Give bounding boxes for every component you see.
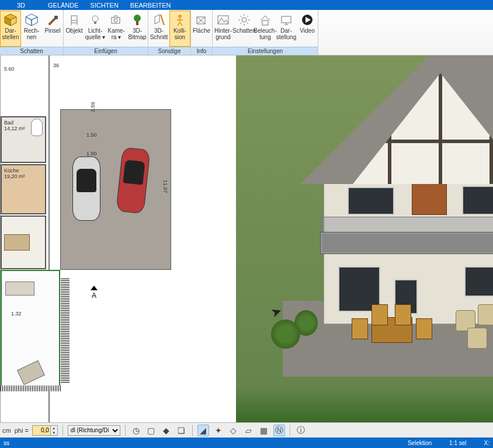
balcony-door xyxy=(412,182,447,215)
svg-rect-31 xyxy=(262,20,268,25)
unit-label: cm xyxy=(2,427,11,434)
armchair-icon xyxy=(17,360,45,385)
flaeche-label: Fläche xyxy=(193,27,210,34)
rechnen-button[interactable]: Rech- nen xyxy=(21,11,42,47)
midpoint-icon[interactable]: ✦ xyxy=(213,425,224,436)
3dschnitt-label: 3D- Schnitt xyxy=(150,27,168,40)
plane-icon[interactable]: ◇ xyxy=(228,425,239,436)
snap-icon[interactable]: ◆ xyxy=(161,425,172,436)
status-left-text: ss xyxy=(4,440,9,446)
objekt-button[interactable]: Objekt xyxy=(64,11,85,47)
bathtub-icon xyxy=(31,119,43,136)
kollision-label: Kolli- sion xyxy=(173,27,186,40)
phi-input[interactable] xyxy=(33,426,50,435)
ribbon-group-schatten: Dar- stellen Rech- nen Pinsel Schatten xyxy=(0,10,64,55)
garden-chair-2 xyxy=(416,318,432,339)
pk-dim-2: 1.50 xyxy=(86,132,97,138)
svg-point-19 xyxy=(178,15,182,18)
menu-tab-3d[interactable]: 3D xyxy=(0,0,42,10)
surface-icon[interactable]: ▱ xyxy=(243,425,255,436)
darstellen-button[interactable]: Dar- stellen xyxy=(0,11,21,47)
car-red xyxy=(116,147,150,214)
menu-tab-bearbeiten[interactable]: BEARBEITEN xyxy=(124,0,177,10)
group-title-schatten: Schatten xyxy=(0,47,63,55)
beleuchtung-button[interactable]: Beleuch- tung xyxy=(255,11,276,47)
room-bad-area: 14,12 m² xyxy=(4,126,25,131)
svg-point-15 xyxy=(134,15,141,22)
status-x: X: xyxy=(484,440,489,446)
lower-room: 1.32 xyxy=(1,270,60,387)
hedge-vert xyxy=(61,277,70,383)
flaeche-button[interactable]: Fläche xyxy=(191,11,212,47)
garden-chair-3 xyxy=(372,304,388,325)
group-title-einstellungen: Einstellungen xyxy=(213,47,318,55)
room-kueche: Küche 19,20 m² xyxy=(1,164,46,214)
phi-spinner[interactable]: ▲▼ xyxy=(32,425,58,436)
group-title-einfuegen: Einfügen xyxy=(64,47,148,55)
kollision-button[interactable]: Kolli- sion xyxy=(169,11,190,47)
angle-snap-icon[interactable]: ◢ xyxy=(197,425,209,436)
video-label: Video xyxy=(300,27,314,34)
room-bad: Bad 14,12 m² xyxy=(1,116,46,163)
ribbon-group-info: Fläche Info xyxy=(191,10,213,55)
area-icon xyxy=(193,12,210,27)
group-title-sonstige: Sonstige xyxy=(148,47,190,55)
phi-down[interactable]: ▼ xyxy=(51,430,57,435)
video-button[interactable]: Video xyxy=(297,11,318,47)
phi-up[interactable]: ▲ xyxy=(51,426,57,430)
pinsel-button[interactable]: Pinsel xyxy=(42,11,63,47)
lower-dim: 1.32 xyxy=(11,311,22,317)
3dschnitt-button[interactable]: 3D- Schnitt xyxy=(148,11,169,47)
svg-line-30 xyxy=(240,23,241,24)
schatten2-button[interactable]: Schatten xyxy=(234,11,255,47)
tree-icon xyxy=(129,12,145,27)
rechnen-label: Rech- nen xyxy=(24,27,40,40)
clock-icon[interactable]: ◷ xyxy=(130,425,142,436)
svg-marker-5 xyxy=(32,17,37,26)
svg-rect-6 xyxy=(54,16,58,19)
ribbon-group-einfuegen: Objekt Licht- quelle ▾ Kame- ra ▾ 3D- Bi… xyxy=(64,10,148,55)
info-icon[interactable]: ⓘ xyxy=(295,425,307,436)
svg-rect-12 xyxy=(94,22,96,24)
node-icon[interactable]: Ⓝ xyxy=(273,425,285,436)
play-icon xyxy=(299,12,315,27)
status-scale: 1:1 sel xyxy=(449,440,466,446)
wicker-chair-3 xyxy=(467,328,487,349)
dim-top-r: 36 xyxy=(53,62,59,68)
bottom-toolbar: cm phi = ▲▼ dl (Richtung/Di ◷ ▢ ◆ ❏ ◢ ✦ … xyxy=(0,422,493,437)
layer-icon[interactable]: ❏ xyxy=(176,425,188,436)
wicker-chair-2 xyxy=(478,304,493,325)
kamera-label: Kame- ra ▾ xyxy=(107,27,124,40)
3d-view[interactable]: ➤ xyxy=(236,55,493,422)
darstellung-button[interactable]: Dar- stellung xyxy=(276,11,297,47)
lichtquelle-button[interactable]: Licht- quelle ▾ xyxy=(85,11,106,47)
screen-icon[interactable]: ▢ xyxy=(145,425,157,436)
hintergrund-button[interactable]: Hinter- grund xyxy=(213,11,234,47)
svg-line-18 xyxy=(161,15,164,25)
dl-select[interactable]: dl (Richtung/Di xyxy=(68,425,120,436)
garden-chair-1 xyxy=(352,318,368,339)
pk-dim-4: 11.07 xyxy=(162,180,168,193)
room-dining xyxy=(1,216,46,269)
3dbitmap-label: 3D- Bitmap xyxy=(128,27,146,40)
svg-point-14 xyxy=(114,19,117,22)
kamera-button[interactable]: Kame- ra ▾ xyxy=(106,11,127,47)
menu-tab-gelaende[interactable]: GELÄNDE xyxy=(42,0,85,10)
bush-2 xyxy=(271,319,300,349)
workspace: 5.60 36 Bad 14,12 m² Küche 19,20 m² 2.59… xyxy=(0,55,493,422)
brush-icon xyxy=(44,12,61,27)
svg-point-22 xyxy=(242,18,246,22)
plan-view[interactable]: 5.60 36 Bad 14,12 m² Küche 19,20 m² 2.59… xyxy=(0,55,236,422)
ribbon-group-sonstige: 3D- Schnitt Kolli- sion Sonstige xyxy=(148,10,191,55)
room-kueche-area: 19,20 m² xyxy=(4,173,25,179)
monitor-icon xyxy=(278,12,294,27)
ribbon: Dar- stellen Rech- nen Pinsel Schatten xyxy=(0,10,493,55)
3dbitmap-button[interactable]: 3D- Bitmap xyxy=(127,11,148,47)
pinsel-label: Pinsel xyxy=(44,27,60,34)
grid-icon[interactable]: ▦ xyxy=(258,425,270,436)
chair-icon xyxy=(66,12,82,27)
svg-rect-7 xyxy=(71,16,77,20)
section-marker-a: A xyxy=(88,286,100,300)
svg-line-27 xyxy=(240,16,241,17)
menu-tab-sichten[interactable]: SICHTEN xyxy=(85,0,124,10)
